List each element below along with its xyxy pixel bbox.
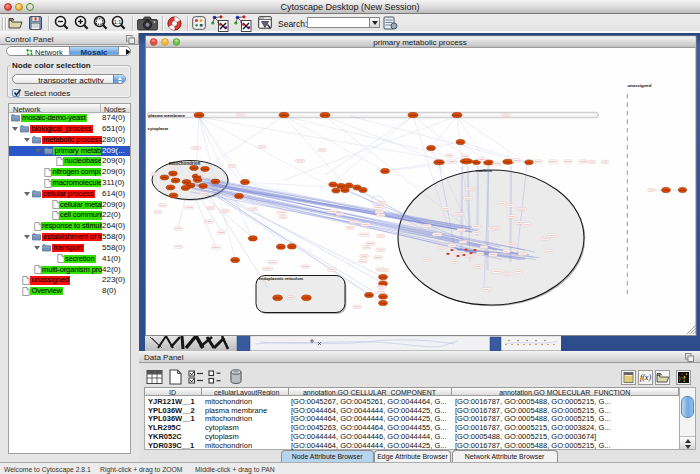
svg-text:unassigned: unassigned xyxy=(628,83,652,88)
svg-text:cytoplasm: cytoplasm xyxy=(148,126,169,131)
svg-text:1:1: 1:1 xyxy=(114,19,122,25)
svg-text:plasma membrane: plasma membrane xyxy=(148,113,185,118)
svg-text:f(x): f(x) xyxy=(640,373,651,382)
svg-text:mitochondrion: mitochondrion xyxy=(169,161,201,166)
svg-text:endoplasmic reticulum: endoplasmic reticulum xyxy=(259,276,304,281)
svg-text:primary metabolic process: primary metabolic process xyxy=(373,38,466,47)
